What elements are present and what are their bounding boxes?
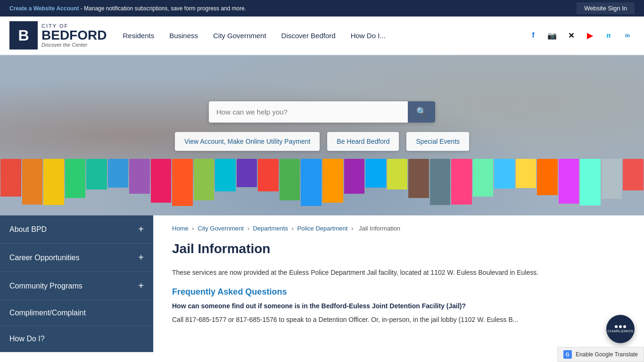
hero-search-bar: 🔍 bbox=[209, 101, 435, 123]
sidebar-item-career[interactable]: Career Opportunities + bbox=[0, 244, 153, 272]
chat-dot-2 bbox=[619, 325, 622, 328]
faq-answer: Call 817-685-1577 or 817-685-1576 to spe… bbox=[172, 315, 625, 325]
pencil-18 bbox=[387, 159, 408, 189]
instagram-icon[interactable]: 📷 bbox=[545, 28, 559, 42]
pencil-17 bbox=[365, 159, 386, 188]
pencil-21 bbox=[451, 159, 472, 205]
nav-discover-bedford[interactable]: Discover Bedford bbox=[275, 28, 342, 43]
hero-content: 🔍 View Account, Make Online Utility Paym… bbox=[175, 101, 469, 151]
breadcrumb-current: Jail Information bbox=[359, 225, 400, 232]
pencil-13 bbox=[280, 159, 300, 200]
pencil-11 bbox=[237, 159, 257, 187]
breadcrumb-departments[interactable]: Departments bbox=[253, 225, 288, 232]
pencil-16 bbox=[344, 159, 365, 194]
pencil-28 bbox=[602, 159, 622, 199]
translate-bar[interactable]: G Enable Google Translate bbox=[557, 347, 644, 362]
logo-text-area: CITY OF BEDFORD Discover the Center bbox=[41, 23, 107, 48]
pencil-2 bbox=[43, 159, 64, 205]
pencil-6 bbox=[129, 159, 150, 194]
sidebar-item-about-bpd[interactable]: About BPD + bbox=[0, 215, 153, 244]
quick-link-be-heard[interactable]: Be Heard Bedford bbox=[327, 132, 399, 151]
sidebar-label-compliment: Compliment/Complaint bbox=[9, 309, 86, 317]
linkedin-icon[interactable]: in bbox=[620, 28, 635, 42]
nav-residents[interactable]: Residents bbox=[116, 28, 161, 43]
sidebar-expand-community[interactable]: + bbox=[138, 280, 144, 291]
breadcrumb-home[interactable]: Home bbox=[172, 225, 189, 232]
nav-business[interactable]: Business bbox=[163, 28, 205, 43]
city-tagline: Discover the Center bbox=[41, 42, 107, 48]
pencil-26 bbox=[559, 159, 579, 204]
pencil-24 bbox=[516, 159, 537, 188]
sidebar-item-compliment[interactable]: Compliment/Complaint bbox=[0, 300, 153, 326]
quick-link-events[interactable]: Special Events bbox=[406, 132, 469, 151]
social-icons-area: f 📷 ✕ ▶ n in bbox=[526, 28, 635, 42]
pencil-5 bbox=[108, 159, 129, 188]
banner-text: Create a Website Account - Manage notifi… bbox=[9, 5, 246, 12]
pencil-3 bbox=[65, 159, 86, 198]
chat-dots bbox=[615, 325, 626, 328]
nav-city-government[interactable]: City Government bbox=[206, 28, 273, 43]
main-nav: Residents Business City Government Disco… bbox=[116, 28, 526, 43]
intro-text: These services are now provided at the E… bbox=[172, 268, 625, 278]
sidebar: About BPD + Career Opportunities + Commu… bbox=[0, 215, 153, 352]
pencil-15 bbox=[322, 159, 343, 203]
pencil-29 bbox=[623, 159, 644, 190]
chat-dot-1 bbox=[615, 325, 618, 328]
search-input[interactable] bbox=[209, 101, 408, 123]
breadcrumb-sep-1: › bbox=[192, 225, 196, 232]
faq-title: Frequently Asked Questions bbox=[172, 287, 625, 297]
hero-section: 🔍 View Account, Make Online Utility Paym… bbox=[0, 55, 644, 215]
site-logo[interactable]: B CITY OF BEDFORD Discover the Center bbox=[9, 21, 107, 49]
faq-question: How can someone find out if someone is i… bbox=[172, 302, 625, 311]
page-title: Jail Information bbox=[172, 241, 625, 260]
quick-link-utility[interactable]: View Account, Make Online Utility Paymen… bbox=[175, 132, 320, 151]
chat-widget[interactable]: CHARLEMOS bbox=[606, 315, 635, 343]
sign-in-button[interactable]: Website Sign In bbox=[577, 2, 635, 14]
sidebar-item-community[interactable]: Community Programs + bbox=[0, 272, 153, 300]
pencil-22 bbox=[473, 159, 494, 197]
top-banner: Create a Website Account - Manage notifi… bbox=[0, 0, 644, 16]
nextdoor-icon[interactable]: n bbox=[602, 28, 616, 42]
translate-label: Enable Google Translate bbox=[576, 351, 638, 358]
pencil-23 bbox=[494, 159, 515, 189]
pencil-9 bbox=[194, 159, 215, 200]
logo-letter: B bbox=[18, 27, 29, 44]
breadcrumb-city-gov[interactable]: City Government bbox=[198, 225, 244, 232]
site-header: B CITY OF BEDFORD Discover the Center Re… bbox=[0, 16, 644, 55]
breadcrumb-sep-3: › bbox=[291, 225, 295, 232]
sidebar-label-community: Community Programs bbox=[9, 282, 83, 290]
chat-label: CHARLEMOS bbox=[607, 329, 633, 333]
search-button[interactable]: 🔍 bbox=[408, 101, 435, 123]
pencil-4 bbox=[86, 159, 107, 189]
breadcrumb-sep-2: › bbox=[247, 225, 251, 232]
sidebar-label-howdoi: How Do I? bbox=[9, 335, 45, 343]
google-translate-icon: G bbox=[563, 350, 572, 359]
sidebar-expand-career[interactable]: + bbox=[138, 252, 144, 263]
logo-box: B bbox=[9, 21, 38, 49]
sidebar-item-howdoi[interactable]: How Do I? bbox=[0, 326, 153, 352]
chat-dot-3 bbox=[623, 325, 626, 328]
sidebar-expand-about[interactable]: + bbox=[138, 224, 144, 235]
breadcrumb: Home › City Government › Departments › P… bbox=[172, 225, 625, 232]
pencil-19 bbox=[408, 159, 429, 198]
youtube-icon[interactable]: ▶ bbox=[583, 28, 597, 42]
nav-how-do-i[interactable]: How Do I... bbox=[344, 28, 392, 43]
pencil-27 bbox=[580, 159, 601, 206]
pencil-10 bbox=[215, 159, 236, 191]
pencil-7 bbox=[151, 159, 172, 203]
main-content-area: About BPD + Career Opportunities + Commu… bbox=[0, 215, 644, 352]
breadcrumb-police[interactable]: Police Department bbox=[297, 225, 347, 232]
pencil-20 bbox=[430, 159, 451, 205]
city-name: BEDFORD bbox=[41, 29, 107, 42]
facebook-icon[interactable]: f bbox=[526, 28, 540, 42]
content-area: Home › City Government › Departments › P… bbox=[153, 215, 644, 352]
breadcrumb-sep-4: › bbox=[351, 225, 355, 232]
sidebar-label-about: About BPD bbox=[9, 225, 47, 234]
pencils-decoration bbox=[0, 159, 644, 215]
twitter-x-icon[interactable]: ✕ bbox=[564, 28, 578, 42]
pencil-0 bbox=[0, 159, 21, 197]
quick-links-area: View Account, Make Online Utility Paymen… bbox=[175, 132, 469, 151]
pencil-8 bbox=[172, 159, 193, 206]
create-account-link[interactable]: Create a Website Account bbox=[9, 5, 79, 12]
sidebar-label-career: Career Opportunities bbox=[9, 254, 80, 262]
